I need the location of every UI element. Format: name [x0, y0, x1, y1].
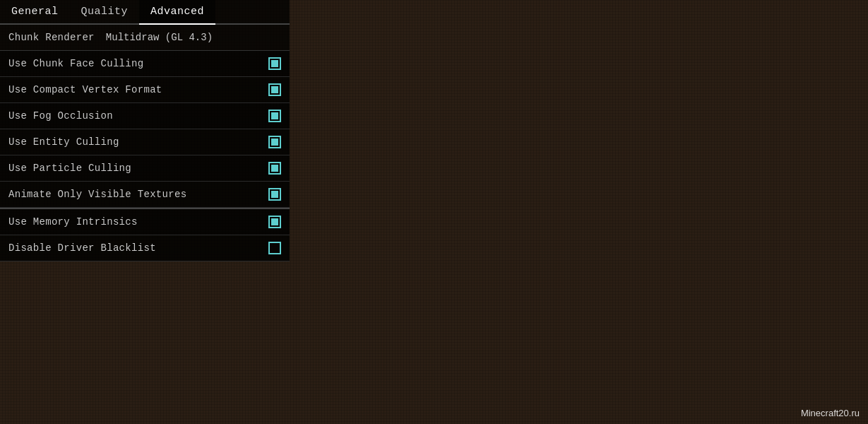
settings-list: Use Chunk Face CullingUse Compact Vertex…	[0, 51, 290, 261]
watermark: Minecraft20.ru	[801, 408, 860, 418]
setting-row-fog-occlusion: Use Fog Occlusion	[0, 103, 290, 129]
setting-row-memory-intrinsics: Use Memory Intrinsics	[0, 208, 290, 235]
setting-row-disable-driver-blacklist: Disable Driver Blacklist	[0, 235, 290, 261]
setting-row-particle-culling: Use Particle Culling	[0, 155, 290, 182]
renderer-row: Chunk Renderer Multidraw (GL 4.3)	[0, 25, 290, 51]
setting-row-entity-culling: Use Entity Culling	[0, 129, 290, 155]
tab-advanced[interactable]: Advanced	[139, 0, 215, 25]
checkbox-chunk-face-culling[interactable]	[268, 57, 281, 70]
setting-label-fog-occlusion: Use Fog Occlusion	[8, 110, 113, 122]
renderer-value: Multidraw (GL 4.3)	[106, 32, 213, 43]
renderer-label: Chunk Renderer	[8, 32, 95, 43]
checkbox-animate-visible-textures[interactable]	[268, 188, 281, 201]
checkbox-memory-intrinsics[interactable]	[268, 216, 281, 228]
checkbox-disable-driver-blacklist[interactable]	[268, 242, 281, 254]
setting-label-animate-visible-textures: Animate Only Visible Textures	[8, 189, 186, 200]
checkbox-compact-vertex-format[interactable]	[268, 83, 281, 96]
checkbox-particle-culling[interactable]	[268, 162, 281, 175]
checkbox-entity-culling[interactable]	[268, 136, 281, 148]
settings-panel: General Quality Advanced Chunk Renderer …	[0, 0, 290, 261]
tab-general[interactable]: General	[0, 0, 70, 23]
setting-label-disable-driver-blacklist: Disable Driver Blacklist	[8, 242, 156, 254]
setting-label-memory-intrinsics: Use Memory Intrinsics	[8, 216, 138, 228]
tab-bar: General Quality Advanced	[0, 0, 290, 25]
setting-label-chunk-face-culling: Use Chunk Face Culling	[8, 58, 143, 69]
setting-row-compact-vertex-format: Use Compact Vertex Format	[0, 77, 290, 103]
setting-label-entity-culling: Use Entity Culling	[8, 136, 119, 148]
setting-label-compact-vertex-format: Use Compact Vertex Format	[8, 84, 162, 95]
setting-row-chunk-face-culling: Use Chunk Face Culling	[0, 51, 290, 77]
setting-row-animate-visible-textures: Animate Only Visible Textures	[0, 182, 290, 208]
checkbox-fog-occlusion[interactable]	[268, 110, 281, 122]
setting-label-particle-culling: Use Particle Culling	[8, 163, 131, 174]
tab-quality[interactable]: Quality	[70, 0, 140, 23]
